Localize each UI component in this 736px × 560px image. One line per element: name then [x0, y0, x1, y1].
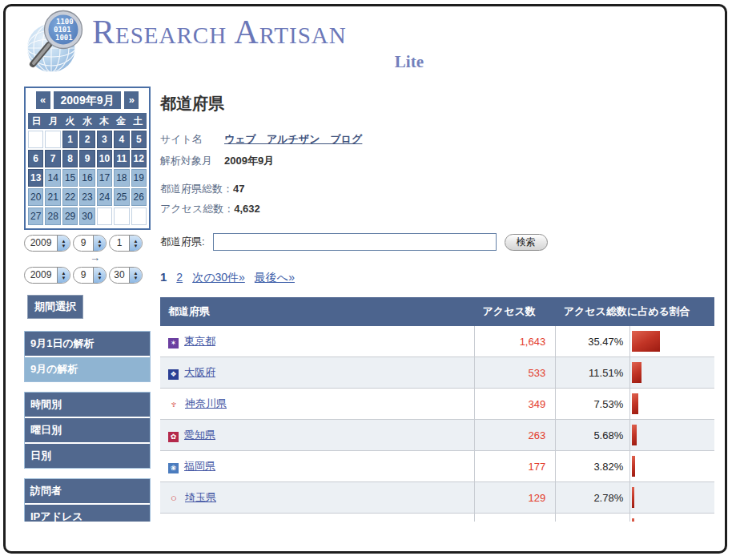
brand-wordmark: Research Artisan Lite	[92, 8, 432, 79]
to-month-select[interactable]: 9 ▲▼	[73, 267, 107, 284]
calendar-day-empty	[28, 131, 43, 148]
period-range-arrow-icon: →	[24, 254, 151, 262]
calendar-day-2[interactable]: 2	[79, 131, 95, 148]
calendar-day-25: 25	[114, 188, 129, 206]
pagination-link[interactable]: 最後へ»	[255, 271, 295, 284]
calendar-day-19: 19	[131, 169, 147, 187]
kanagawa-emblem-icon: ♆	[168, 399, 179, 409]
access-count: 129	[475, 482, 556, 514]
stepper-icon: ▲▼	[129, 236, 142, 251]
ratio-bar	[632, 331, 660, 352]
calendar-day-27: 27	[28, 207, 43, 225]
access-count: 118	[475, 514, 556, 522]
prefecture-search-form: 都道府県: 検索	[160, 233, 714, 251]
ratio-bar	[632, 393, 638, 414]
search-field-label: 都道府県:	[160, 235, 205, 249]
from-month-select[interactable]: 9 ▲▼	[73, 235, 107, 252]
to-year-select[interactable]: 2009 ▲▼	[24, 267, 70, 284]
prefecture-search-input[interactable]	[213, 233, 497, 251]
table-row: ❀福岡県1773.82%	[160, 451, 714, 482]
calendar-day-5[interactable]: 5	[131, 131, 147, 148]
weekday-label: 月	[45, 113, 62, 129]
pagination-link[interactable]: 2	[176, 271, 183, 284]
weekday-label: 金	[113, 113, 130, 129]
stepper-icon: ▲▼	[93, 236, 106, 251]
calendar-day-26: 26	[131, 188, 147, 206]
weekday-label: 水	[78, 113, 95, 129]
sidebar: « 2009年9月 » 日月火水木金土 12345678910111213141…	[24, 87, 151, 522]
access-count: 533	[475, 357, 556, 389]
site-name-link[interactable]: ウェブ アルチザン ブログ	[224, 132, 362, 147]
analysis-month-label: 解析対象月	[160, 154, 224, 168]
stepper-icon: ▲▼	[57, 268, 70, 283]
header-prefecture: 都道府県	[160, 297, 475, 326]
table-row: ✶東京都1,64335.47%	[160, 326, 714, 357]
prefecture-table: 都道府県 アクセス数 アクセス総数に占める割合 ✶東京都1,64335.47%❖…	[160, 297, 714, 522]
prefecture-link[interactable]: 愛知県	[184, 429, 215, 441]
access-ratio: 35.47%	[556, 326, 630, 357]
sidebar-item-1-2[interactable]: 日別	[25, 444, 150, 468]
ratio-bar	[632, 487, 634, 508]
ratio-bar	[632, 362, 641, 383]
sidebar-item-1-0[interactable]: 時間別	[25, 393, 150, 418]
svg-text:0101: 0101	[54, 26, 71, 34]
calendar-day-13[interactable]: 13	[28, 169, 43, 187]
calendar-day-17: 17	[97, 169, 112, 187]
calendar-day-12[interactable]: 12	[131, 150, 147, 167]
prefecture-total-row: 都道府県総数：47	[160, 182, 714, 196]
period-select-button[interactable]: 期間選択	[27, 295, 83, 319]
sidebar-item-2-1[interactable]: IPアドレス	[25, 505, 150, 522]
prefecture-link[interactable]: 福岡県	[184, 460, 215, 472]
calendar-day-16: 16	[79, 169, 95, 187]
prefecture-total-label: 都道府県総数：	[160, 183, 233, 195]
app-logo-title: Research Artisan	[92, 8, 432, 57]
research-artisan-globe-icon: 1100 0101 1001	[22, 8, 89, 79]
calendar-day-4[interactable]: 4	[114, 131, 129, 148]
calendar-widget: « 2009年9月 » 日月火水木金土 12345678910111213141…	[24, 87, 151, 230]
prefecture-link[interactable]: 大阪府	[184, 366, 215, 378]
from-year-select[interactable]: 2009 ▲▼	[24, 235, 70, 252]
period-to-row: 2009 ▲▼ 9 ▲▼ 30 ▲▼	[24, 267, 151, 284]
from-day-select[interactable]: 1 ▲▼	[109, 235, 143, 252]
access-count: 349	[475, 389, 556, 420]
calendar-day-7[interactable]: 7	[45, 150, 60, 167]
calendar-day-8[interactable]: 8	[62, 150, 78, 167]
fukuoka-emblem-icon: ❀	[168, 463, 179, 473]
table-row: ♆神奈川県3497.53%	[160, 389, 714, 420]
calendar-day-empty	[114, 207, 129, 225]
sidebar-item-2-0[interactable]: 訪問者	[25, 479, 150, 505]
calendar-day-3[interactable]: 3	[97, 131, 112, 148]
ratio-bar	[632, 456, 635, 477]
calendar-prev-month-button[interactable]: «	[36, 91, 50, 109]
calendar-day-21: 21	[45, 188, 60, 206]
calendar-day-9[interactable]: 9	[79, 150, 95, 167]
pagination-link[interactable]: 次の30件»	[192, 271, 245, 284]
search-button[interactable]: 検索	[505, 234, 548, 251]
calendar-day-empty	[131, 207, 147, 225]
access-count: 177	[475, 451, 556, 482]
access-ratio: 3.82%	[556, 451, 630, 482]
calendar-day-6[interactable]: 6	[28, 150, 43, 167]
weekday-label: 木	[96, 113, 113, 129]
access-count: 263	[475, 420, 556, 451]
prefecture-link[interactable]: 神奈川県	[185, 397, 227, 409]
to-day-select[interactable]: 30 ▲▼	[109, 267, 143, 284]
calendar-header: « 2009年9月 »	[28, 91, 147, 109]
calendar-day-11[interactable]: 11	[114, 150, 129, 167]
calendar-day-1[interactable]: 1	[62, 131, 78, 148]
app-header: 1100 0101 1001 Research Artisan Lite	[22, 8, 432, 79]
prefecture-link[interactable]: 埼玉県	[185, 491, 216, 503]
table-header-row: 都道府県 アクセス数 アクセス総数に占める割合	[160, 297, 714, 326]
prefecture-link[interactable]: 東京都	[184, 335, 215, 347]
calendar-next-month-button[interactable]: »	[124, 91, 139, 109]
header-access-count: アクセス数	[475, 297, 556, 326]
calendar-day-10[interactable]: 10	[97, 150, 112, 167]
access-total-value: 4,632	[234, 203, 260, 215]
sidebar-item-0-1[interactable]: 9月の解析	[25, 357, 150, 381]
calendar-day-23: 23	[79, 188, 95, 206]
sidebar-item-1-1[interactable]: 曜日別	[25, 418, 150, 444]
sidebar-item-0-0[interactable]: 9月1日の解析	[25, 332, 150, 357]
svg-text:1100: 1100	[56, 18, 74, 26]
stepper-icon: ▲▼	[57, 236, 70, 251]
access-ratio: 2.78%	[556, 482, 630, 514]
